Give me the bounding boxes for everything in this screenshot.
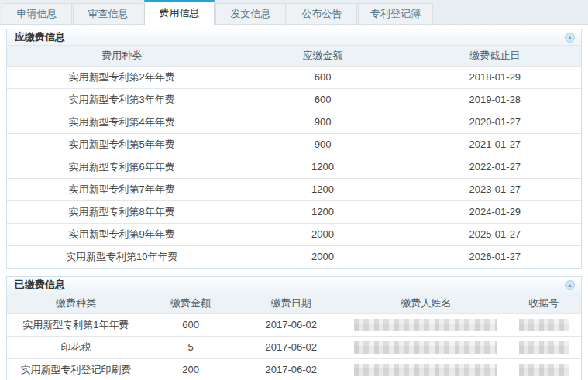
paid-fee-panel: 已缴费信息 ▴ 缴费种类 缴费金额 缴费日期 缴费人姓名 收据号 实用新型专利第…	[6, 276, 582, 380]
redacted-cell	[507, 336, 581, 358]
column-header-paid-amount: 缴费金额	[145, 293, 237, 313]
table-cell: 实用新型专利第6年年费	[7, 156, 236, 178]
table-cell: 实用新型专利第9年年费	[7, 223, 236, 245]
table-cell: 2020-01-27	[409, 111, 581, 133]
column-header-payer-name: 缴费人姓名	[346, 293, 506, 313]
tab-application-info[interactable]: 申请信息	[2, 3, 72, 24]
table-row: 实用新型专利第10年年费20002026-01-27	[7, 245, 581, 268]
payable-panel-title: 应缴费信息	[15, 30, 65, 44]
column-header-amount-due: 应缴金额	[236, 46, 408, 66]
table-cell: 2023-01-27	[409, 178, 581, 200]
table-row: 印花税52017-06-02	[7, 336, 581, 358]
fee-info-content: 应缴费信息 ▴ 费用种类 应缴金额 缴费截止日 实用新型专利第2年年费60020…	[0, 25, 588, 380]
table-cell: 实用新型专利第4年年费	[7, 111, 236, 133]
redacted-cell	[346, 313, 506, 336]
collapse-icon[interactable]: ▴	[565, 280, 575, 290]
table-row: 实用新型专利第2年年费6002018-01-29	[7, 66, 581, 88]
column-header-paid-fee-type: 缴费种类	[7, 293, 145, 313]
table-cell: 900	[236, 111, 408, 133]
redacted-cell	[346, 336, 506, 358]
tab-document-info[interactable]: 发文信息	[215, 3, 286, 24]
table-cell: 2026-01-27	[409, 245, 581, 268]
payable-fee-table: 费用种类 应缴金额 缴费截止日 实用新型专利第2年年费6002018-01-29…	[7, 46, 581, 268]
table-cell: 实用新型专利第7年年费	[7, 178, 236, 200]
pixelated-redaction	[354, 364, 497, 376]
payable-table-body: 实用新型专利第2年年费6002018-01-29实用新型专利第3年年费60020…	[7, 66, 581, 268]
table-cell: 900	[236, 133, 408, 156]
column-header-paid-date: 缴费日期	[236, 293, 346, 313]
table-row: 实用新型专利第8年年费12002024-01-29	[7, 200, 581, 223]
table-cell: 实用新型专利第1年年费	[7, 313, 145, 336]
table-cell: 实用新型专利第3年年费	[7, 88, 236, 111]
table-cell: 2021-01-27	[409, 133, 581, 156]
table-cell: 2017-06-02	[236, 313, 346, 336]
collapse-icon[interactable]: ▴	[565, 33, 575, 43]
redacted-cell	[346, 358, 506, 380]
redacted-cell	[507, 358, 581, 380]
table-row: 实用新型专利第1年年费6002017-06-02	[7, 313, 581, 336]
table-cell: 2024-01-29	[409, 200, 581, 223]
paid-panel-header: 已缴费信息 ▴	[7, 277, 581, 293]
tab-patent-register[interactable]: 专利登记簿	[358, 3, 433, 24]
tab-fee-info[interactable]: 费用信息	[144, 0, 215, 25]
table-header-row: 费用种类 应缴金额 缴费截止日	[7, 46, 581, 66]
table-cell: 实用新型专利第8年年费	[7, 200, 236, 223]
table-cell: 2017-06-02	[236, 336, 346, 358]
redacted-cell	[507, 313, 581, 336]
table-cell: 2017-06-02	[236, 358, 346, 380]
table-cell: 2018-01-29	[409, 66, 581, 88]
pixelated-redaction	[354, 319, 497, 331]
table-cell: 实用新型专利登记印刷费	[7, 358, 145, 380]
table-cell: 2022-01-27	[409, 156, 581, 178]
table-cell: 印花税	[7, 336, 145, 358]
table-cell: 1200	[236, 200, 408, 223]
table-cell: 2019-01-28	[409, 88, 581, 111]
table-cell: 2000	[236, 223, 408, 245]
table-row: 实用新型专利第7年年费12002023-01-27	[7, 178, 581, 200]
tab-examination-info[interactable]: 审查信息	[73, 3, 143, 24]
table-row: 实用新型专利第9年年费20002025-01-27	[7, 223, 581, 245]
column-header-fee-type: 费用种类	[7, 46, 236, 66]
table-cell: 1200	[236, 156, 408, 178]
table-row: 实用新型专利第5年年费9002021-01-27	[7, 133, 581, 156]
table-cell: 实用新型专利第2年年费	[7, 66, 236, 88]
pixelated-redaction	[519, 364, 569, 376]
paid-fee-table: 缴费种类 缴费金额 缴费日期 缴费人姓名 收据号 实用新型专利第1年年费6002…	[7, 293, 581, 380]
table-row: 实用新型专利第3年年费6002019-01-28	[7, 88, 581, 111]
table-cell: 1200	[236, 178, 408, 200]
pixelated-redaction	[519, 319, 569, 331]
table-cell: 600	[236, 88, 408, 111]
tab-bar: 申请信息 审查信息 费用信息 发文信息 公布公告 专利登记簿	[0, 0, 588, 25]
paid-table-body: 实用新型专利第1年年费6002017-06-02印花税52017-06-02实用…	[7, 313, 581, 380]
table-cell: 2025-01-27	[409, 223, 581, 245]
table-cell: 5	[145, 336, 237, 358]
table-cell: 600	[236, 66, 408, 88]
table-cell: 实用新型专利第10年年费	[7, 245, 236, 268]
tab-publication-announcement[interactable]: 公布公告	[287, 3, 357, 24]
table-cell: 2000	[236, 245, 408, 268]
pixelated-redaction	[519, 341, 569, 354]
column-header-deadline: 缴费截止日	[409, 46, 581, 66]
table-cell: 200	[145, 358, 237, 380]
payable-fee-panel: 应缴费信息 ▴ 费用种类 应缴金额 缴费截止日 实用新型专利第2年年费60020…	[6, 29, 582, 269]
payable-panel-header: 应缴费信息 ▴	[7, 29, 581, 46]
paid-panel-title: 已缴费信息	[15, 278, 65, 292]
pixelated-redaction	[354, 341, 497, 354]
table-row: 实用新型专利第6年年费12002022-01-27	[7, 156, 581, 178]
table-cell: 实用新型专利第5年年费	[7, 133, 236, 156]
table-row: 实用新型专利第4年年费9002020-01-27	[7, 111, 581, 133]
column-header-receipt-number: 收据号	[507, 293, 581, 313]
table-header-row: 缴费种类 缴费金额 缴费日期 缴费人姓名 收据号	[7, 293, 581, 313]
table-row: 实用新型专利登记印刷费2002017-06-02	[7, 358, 581, 380]
table-cell: 600	[145, 313, 237, 336]
